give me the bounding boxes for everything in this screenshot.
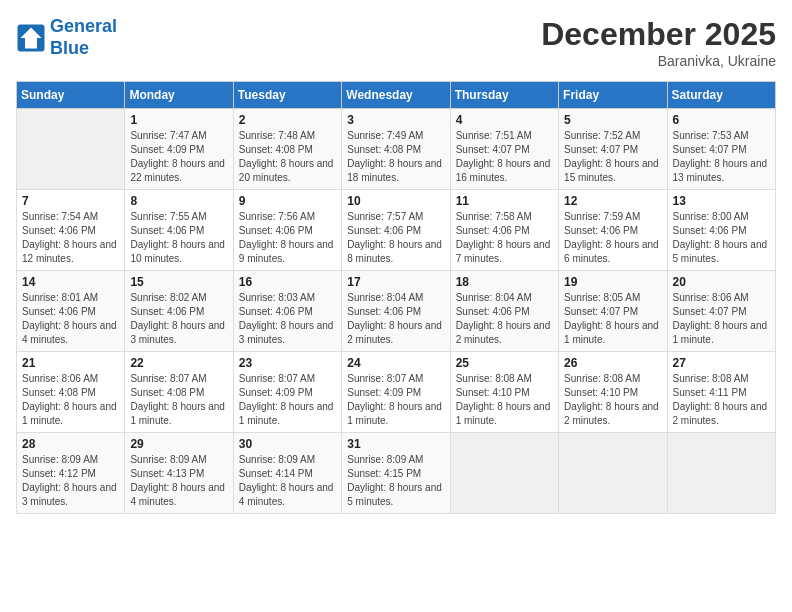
day-number: 28 <box>22 437 119 451</box>
calendar-week-row: 1Sunrise: 7:47 AMSunset: 4:09 PMDaylight… <box>17 109 776 190</box>
day-info: Sunrise: 8:09 AMSunset: 4:12 PMDaylight:… <box>22 453 119 509</box>
calendar-cell: 23Sunrise: 8:07 AMSunset: 4:09 PMDayligh… <box>233 352 341 433</box>
day-number: 15 <box>130 275 227 289</box>
day-info: Sunrise: 8:08 AMSunset: 4:10 PMDaylight:… <box>456 372 553 428</box>
day-number: 19 <box>564 275 661 289</box>
day-info: Sunrise: 8:09 AMSunset: 4:13 PMDaylight:… <box>130 453 227 509</box>
day-info: Sunrise: 8:00 AMSunset: 4:06 PMDaylight:… <box>673 210 770 266</box>
day-info: Sunrise: 8:09 AMSunset: 4:15 PMDaylight:… <box>347 453 444 509</box>
day-number: 6 <box>673 113 770 127</box>
page-header: General Blue December 2025 Baranivka, Uk… <box>16 16 776 69</box>
day-number: 13 <box>673 194 770 208</box>
day-info: Sunrise: 8:03 AMSunset: 4:06 PMDaylight:… <box>239 291 336 347</box>
day-number: 18 <box>456 275 553 289</box>
calendar-cell: 7Sunrise: 7:54 AMSunset: 4:06 PMDaylight… <box>17 190 125 271</box>
calendar-cell <box>17 109 125 190</box>
day-info: Sunrise: 8:09 AMSunset: 4:14 PMDaylight:… <box>239 453 336 509</box>
day-info: Sunrise: 8:04 AMSunset: 4:06 PMDaylight:… <box>456 291 553 347</box>
calendar-cell: 13Sunrise: 8:00 AMSunset: 4:06 PMDayligh… <box>667 190 775 271</box>
day-number: 12 <box>564 194 661 208</box>
calendar-week-row: 14Sunrise: 8:01 AMSunset: 4:06 PMDayligh… <box>17 271 776 352</box>
calendar-cell: 3Sunrise: 7:49 AMSunset: 4:08 PMDaylight… <box>342 109 450 190</box>
day-info: Sunrise: 7:51 AMSunset: 4:07 PMDaylight:… <box>456 129 553 185</box>
calendar-week-row: 21Sunrise: 8:06 AMSunset: 4:08 PMDayligh… <box>17 352 776 433</box>
day-info: Sunrise: 8:08 AMSunset: 4:11 PMDaylight:… <box>673 372 770 428</box>
column-header-monday: Monday <box>125 82 233 109</box>
calendar-cell: 15Sunrise: 8:02 AMSunset: 4:06 PMDayligh… <box>125 271 233 352</box>
calendar-cell: 27Sunrise: 8:08 AMSunset: 4:11 PMDayligh… <box>667 352 775 433</box>
logo-blue: Blue <box>50 38 89 58</box>
calendar-cell: 6Sunrise: 7:53 AMSunset: 4:07 PMDaylight… <box>667 109 775 190</box>
calendar-week-row: 7Sunrise: 7:54 AMSunset: 4:06 PMDaylight… <box>17 190 776 271</box>
day-info: Sunrise: 8:06 AMSunset: 4:07 PMDaylight:… <box>673 291 770 347</box>
calendar-cell: 17Sunrise: 8:04 AMSunset: 4:06 PMDayligh… <box>342 271 450 352</box>
day-number: 14 <box>22 275 119 289</box>
day-number: 21 <box>22 356 119 370</box>
calendar-cell: 20Sunrise: 8:06 AMSunset: 4:07 PMDayligh… <box>667 271 775 352</box>
day-info: Sunrise: 8:07 AMSunset: 4:09 PMDaylight:… <box>347 372 444 428</box>
column-header-sunday: Sunday <box>17 82 125 109</box>
calendar-week-row: 28Sunrise: 8:09 AMSunset: 4:12 PMDayligh… <box>17 433 776 514</box>
calendar-cell: 1Sunrise: 7:47 AMSunset: 4:09 PMDaylight… <box>125 109 233 190</box>
day-info: Sunrise: 7:57 AMSunset: 4:06 PMDaylight:… <box>347 210 444 266</box>
calendar-cell: 12Sunrise: 7:59 AMSunset: 4:06 PMDayligh… <box>559 190 667 271</box>
logo: General Blue <box>16 16 117 59</box>
calendar-cell: 26Sunrise: 8:08 AMSunset: 4:10 PMDayligh… <box>559 352 667 433</box>
calendar-cell: 24Sunrise: 8:07 AMSunset: 4:09 PMDayligh… <box>342 352 450 433</box>
calendar-cell: 11Sunrise: 7:58 AMSunset: 4:06 PMDayligh… <box>450 190 558 271</box>
day-info: Sunrise: 8:02 AMSunset: 4:06 PMDaylight:… <box>130 291 227 347</box>
day-number: 1 <box>130 113 227 127</box>
day-number: 11 <box>456 194 553 208</box>
calendar-cell: 30Sunrise: 8:09 AMSunset: 4:14 PMDayligh… <box>233 433 341 514</box>
day-info: Sunrise: 7:47 AMSunset: 4:09 PMDaylight:… <box>130 129 227 185</box>
calendar-cell: 21Sunrise: 8:06 AMSunset: 4:08 PMDayligh… <box>17 352 125 433</box>
day-info: Sunrise: 8:07 AMSunset: 4:08 PMDaylight:… <box>130 372 227 428</box>
day-info: Sunrise: 7:48 AMSunset: 4:08 PMDaylight:… <box>239 129 336 185</box>
day-number: 16 <box>239 275 336 289</box>
logo-general: General <box>50 16 117 36</box>
calendar-cell <box>559 433 667 514</box>
day-number: 29 <box>130 437 227 451</box>
calendar-cell: 28Sunrise: 8:09 AMSunset: 4:12 PMDayligh… <box>17 433 125 514</box>
day-number: 10 <box>347 194 444 208</box>
day-number: 26 <box>564 356 661 370</box>
calendar-cell <box>667 433 775 514</box>
calendar-cell <box>450 433 558 514</box>
column-header-thursday: Thursday <box>450 82 558 109</box>
calendar-cell: 9Sunrise: 7:56 AMSunset: 4:06 PMDaylight… <box>233 190 341 271</box>
calendar-cell: 22Sunrise: 8:07 AMSunset: 4:08 PMDayligh… <box>125 352 233 433</box>
day-info: Sunrise: 8:04 AMSunset: 4:06 PMDaylight:… <box>347 291 444 347</box>
calendar-cell: 5Sunrise: 7:52 AMSunset: 4:07 PMDaylight… <box>559 109 667 190</box>
day-number: 27 <box>673 356 770 370</box>
day-number: 3 <box>347 113 444 127</box>
day-info: Sunrise: 7:53 AMSunset: 4:07 PMDaylight:… <box>673 129 770 185</box>
calendar-cell: 8Sunrise: 7:55 AMSunset: 4:06 PMDaylight… <box>125 190 233 271</box>
month-year-title: December 2025 <box>541 16 776 53</box>
day-info: Sunrise: 7:49 AMSunset: 4:08 PMDaylight:… <box>347 129 444 185</box>
day-number: 31 <box>347 437 444 451</box>
calendar-cell: 2Sunrise: 7:48 AMSunset: 4:08 PMDaylight… <box>233 109 341 190</box>
calendar-cell: 19Sunrise: 8:05 AMSunset: 4:07 PMDayligh… <box>559 271 667 352</box>
day-number: 5 <box>564 113 661 127</box>
day-info: Sunrise: 7:52 AMSunset: 4:07 PMDaylight:… <box>564 129 661 185</box>
day-info: Sunrise: 7:58 AMSunset: 4:06 PMDaylight:… <box>456 210 553 266</box>
day-info: Sunrise: 8:08 AMSunset: 4:10 PMDaylight:… <box>564 372 661 428</box>
column-header-saturday: Saturday <box>667 82 775 109</box>
calendar-cell: 10Sunrise: 7:57 AMSunset: 4:06 PMDayligh… <box>342 190 450 271</box>
day-info: Sunrise: 8:01 AMSunset: 4:06 PMDaylight:… <box>22 291 119 347</box>
calendar-cell: 29Sunrise: 8:09 AMSunset: 4:13 PMDayligh… <box>125 433 233 514</box>
day-number: 7 <box>22 194 119 208</box>
calendar-cell: 18Sunrise: 8:04 AMSunset: 4:06 PMDayligh… <box>450 271 558 352</box>
day-info: Sunrise: 7:56 AMSunset: 4:06 PMDaylight:… <box>239 210 336 266</box>
day-number: 8 <box>130 194 227 208</box>
day-info: Sunrise: 8:07 AMSunset: 4:09 PMDaylight:… <box>239 372 336 428</box>
day-number: 30 <box>239 437 336 451</box>
day-info: Sunrise: 8:06 AMSunset: 4:08 PMDaylight:… <box>22 372 119 428</box>
column-header-wednesday: Wednesday <box>342 82 450 109</box>
calendar-cell: 4Sunrise: 7:51 AMSunset: 4:07 PMDaylight… <box>450 109 558 190</box>
day-number: 17 <box>347 275 444 289</box>
calendar-cell: 14Sunrise: 8:01 AMSunset: 4:06 PMDayligh… <box>17 271 125 352</box>
day-info: Sunrise: 7:55 AMSunset: 4:06 PMDaylight:… <box>130 210 227 266</box>
logo-icon <box>16 23 46 53</box>
day-number: 23 <box>239 356 336 370</box>
